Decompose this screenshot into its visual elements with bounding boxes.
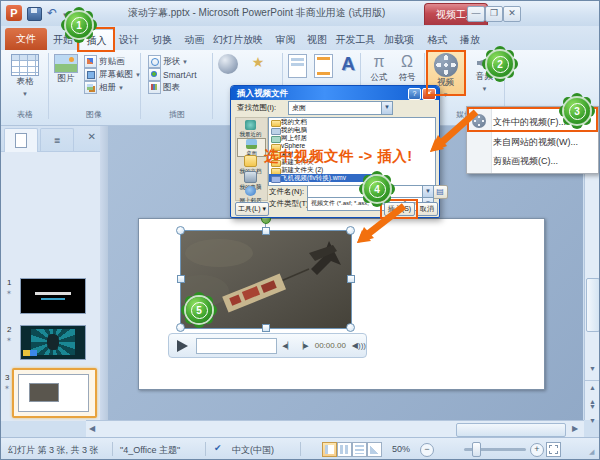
undo-icon[interactable]: ↶ <box>47 6 63 20</box>
tab-format[interactable]: 格式 <box>422 29 453 50</box>
file-row[interactable]: 新建文件夹 (2) <box>269 166 435 174</box>
close-button[interactable]: ✕ <box>503 6 521 22</box>
slide-thumbnail-3-selected[interactable] <box>12 368 97 418</box>
slides-thumbnail-panel: ≣ ✕ 1 ✶ 2 ✶ 3 ✶ <box>0 125 101 421</box>
zoom-out-icon[interactable]: − <box>420 443 434 457</box>
annotation-badge-3: 3 <box>564 98 590 124</box>
minimize-button[interactable]: — <box>467 6 485 22</box>
tab-design[interactable]: 设计 <box>114 29 144 50</box>
hyperlink-button[interactable] <box>216 54 240 74</box>
powerpoint-app-icon[interactable]: P <box>6 5 22 21</box>
action-star-icon: ★ <box>252 54 265 70</box>
shapes-icon <box>148 55 161 68</box>
dialog-help-icon[interactable]: ? <box>408 88 421 100</box>
tab-animations[interactable]: 动画 <box>180 29 209 50</box>
fit-to-window-icon[interactable] <box>546 442 561 457</box>
theme-name[interactable]: "4_Office 主题" <box>120 444 180 457</box>
textbox-button[interactable] <box>286 54 308 78</box>
slide-number: 2 <box>7 325 11 334</box>
table-button[interactable]: 表格▼ <box>8 54 42 98</box>
language-indicator[interactable]: 中文(中国) <box>232 444 274 457</box>
resize-handle-ne[interactable] <box>346 226 355 235</box>
horizontal-scroll-thumb[interactable] <box>456 423 566 437</box>
scroll-down-icon[interactable]: ▼ <box>585 362 600 376</box>
reading-view-icon[interactable] <box>352 442 367 457</box>
tab-playback[interactable]: 播放 <box>454 29 486 50</box>
resize-handle-sw[interactable] <box>176 323 185 332</box>
clipart-button[interactable]: 剪贴画 <box>84 56 125 67</box>
frame-back-icon[interactable]: ◀▏ <box>282 342 293 350</box>
chart-button[interactable]: 图表 <box>148 82 180 93</box>
horizontal-scrollbar[interactable]: ◀ ▶ <box>86 420 584 437</box>
resize-handle-nw[interactable] <box>176 226 185 235</box>
wordart-icon: A <box>341 53 355 74</box>
screenshot-icon <box>84 68 97 81</box>
wordart-button[interactable]: A <box>336 53 360 75</box>
tab-file[interactable]: 文件 <box>5 28 47 50</box>
resize-handle-e[interactable] <box>347 275 355 283</box>
save-icon[interactable] <box>27 7 42 21</box>
video-playbar: ◀▏ ▕▶ 00:00.00 ◀))) <box>168 333 367 358</box>
close-panel-icon[interactable]: ✕ <box>88 131 96 142</box>
screenshot-button[interactable]: 屏幕截图▼ <box>84 69 141 80</box>
vertical-scroll-thumb[interactable] <box>586 278 600 332</box>
look-in-select[interactable]: 桌面▼ <box>288 101 393 115</box>
resize-handle-s[interactable] <box>262 324 270 332</box>
shapes-button[interactable]: 形状▼ <box>148 56 188 67</box>
menu-item-video-from-website[interactable]: 来自网站的视频(W)... <box>493 136 578 149</box>
clipart-icon <box>84 55 97 68</box>
symbol-button[interactable]: Ω 符号 <box>394 52 420 84</box>
slide-number: 3 <box>5 373 9 382</box>
picture-button[interactable]: 图片 <box>52 54 80 85</box>
resize-handle-w[interactable] <box>177 275 185 283</box>
tools-button[interactable]: 工具(L) ▾ <box>235 202 269 216</box>
play-button[interactable] <box>177 340 188 352</box>
resize-grip[interactable]: ◢ <box>589 448 594 456</box>
smartart-button[interactable]: SmartArt <box>148 69 197 80</box>
next-slide-button[interactable]: ▼▼ <box>585 400 600 414</box>
group-separator <box>140 53 141 119</box>
progress-bar[interactable] <box>196 338 277 354</box>
previous-slide-button[interactable]: ▲▲ <box>585 380 600 395</box>
zoom-in-icon[interactable]: + <box>530 443 544 457</box>
photo-album-icon <box>84 81 97 94</box>
resize-handle-n[interactable] <box>262 227 270 235</box>
menu-item-clipart-video[interactable]: 剪贴画视频(C)... <box>493 155 558 168</box>
file-row[interactable]: 我的电脑 <box>269 126 435 134</box>
zoom-level[interactable]: 50% <box>392 444 410 454</box>
resize-handle-se[interactable] <box>346 323 355 332</box>
tab-review[interactable]: 审阅 <box>270 29 301 50</box>
panel-splitter[interactable] <box>100 125 108 421</box>
scroll-left-icon[interactable]: ◀ <box>89 424 95 433</box>
file-row-selected[interactable]: 飞机视频(flv转换).wmv <box>269 174 377 182</box>
maximize-button[interactable]: ❐ <box>485 6 503 22</box>
tab-slides-thumbnails[interactable] <box>4 128 38 152</box>
group-separator <box>212 53 213 119</box>
photo-album-button[interactable]: 相册▼ <box>84 82 124 93</box>
cancel-button[interactable]: 取消 <box>416 202 438 216</box>
file-row[interactable]: 我的文档 <box>269 118 435 126</box>
slide-sorter-view-icon[interactable] <box>337 442 352 457</box>
scroll-right-icon[interactable]: ▶ <box>572 424 578 433</box>
equation-button[interactable]: π 公式 <box>366 52 392 84</box>
frame-forward-icon[interactable]: ▕▶ <box>298 342 309 350</box>
tab-developer[interactable]: 开发工具 <box>333 29 378 50</box>
action-button[interactable]: ★ <box>246 53 270 71</box>
tab-addins[interactable]: 加载项 <box>379 29 419 50</box>
header-footer-button[interactable] <box>312 54 334 78</box>
tab-slideshow[interactable]: 幻灯片放映 <box>209 29 267 50</box>
place-network[interactable]: 网上邻居 <box>237 186 264 203</box>
slide-thumbnail-1[interactable] <box>20 278 86 314</box>
slideshow-view-icon[interactable] <box>367 442 382 457</box>
tab-outline[interactable]: ≣ <box>40 128 74 152</box>
file-row[interactable]: 网上邻居 <box>269 134 435 142</box>
volume-icon[interactable]: ◀))) <box>352 341 366 350</box>
tab-view[interactable]: 视图 <box>302 29 332 50</box>
slide-thumbnail-2[interactable] <box>20 325 86 360</box>
annotation-box-video-button <box>426 50 466 96</box>
tab-transitions[interactable]: 切换 <box>147 29 177 50</box>
views-icon[interactable]: ▤ <box>432 185 448 199</box>
normal-view-icon[interactable] <box>322 442 337 457</box>
zoom-slider-thumb[interactable] <box>472 442 481 457</box>
spellcheck-icon[interactable]: ✔ <box>214 443 222 453</box>
